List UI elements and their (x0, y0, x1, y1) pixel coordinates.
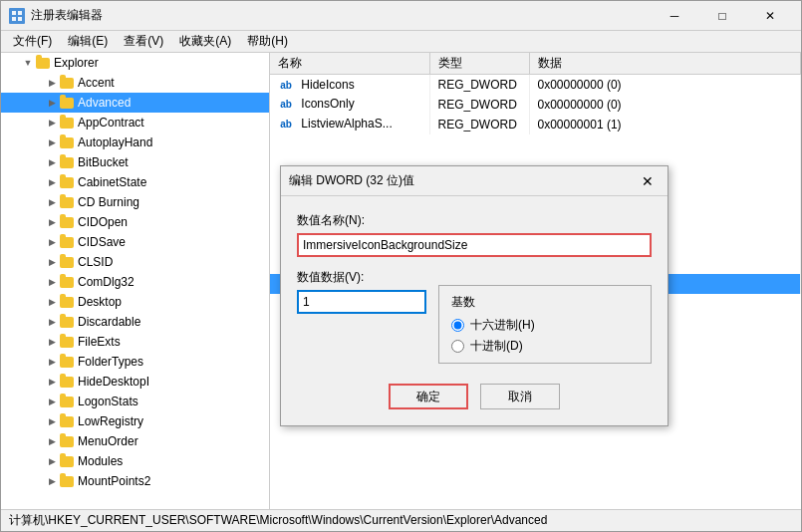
tree-arrow-hidedesktopi: ▶ (45, 375, 59, 389)
window-title: 注册表编辑器 (31, 7, 652, 24)
radio-decimal[interactable]: 十进制(D) (451, 338, 639, 355)
radio-hex-input[interactable] (451, 319, 464, 332)
tree-label-fileexts: FileExts (78, 335, 121, 349)
tree-arrow-advanced: ▶ (45, 96, 59, 110)
col-header-name: 名称 (270, 53, 429, 75)
dialog-close-button[interactable]: ✕ (636, 169, 660, 193)
folder-icon-discardable (59, 315, 75, 329)
tree-arrow-foldertypes: ▶ (45, 355, 59, 369)
folder-icon-explorer (35, 56, 51, 70)
maximize-button[interactable]: □ (699, 1, 745, 31)
tree-item-cidsave[interactable]: ▶ CIDSave (1, 232, 269, 252)
tree-label-advanced: Advanced (78, 96, 131, 110)
tree-item-comdlg32[interactable]: ▶ ComDlg32 (1, 272, 269, 292)
tree-item-accent[interactable]: ▶ Accent (1, 73, 269, 93)
tree-item-appcontract[interactable]: ▶ AppContract (1, 113, 269, 133)
folder-icon-cabinetstate (59, 175, 75, 189)
status-bar: 计算机\HKEY_CURRENT_USER\SOFTWARE\Microsoft… (1, 509, 801, 531)
folder-icon-accent (59, 76, 75, 90)
tree-arrow-bitbucket: ▶ (45, 155, 59, 169)
svg-rect-3 (18, 17, 22, 21)
cell-type-1: REG_DWORD (429, 95, 529, 115)
tree-item-cidopen[interactable]: ▶ CIDOpen (1, 212, 269, 232)
tree-arrow-logonstats: ▶ (45, 395, 59, 408)
menu-favorites[interactable]: 收藏夹(A) (171, 31, 239, 52)
reg-icon-0: ab (278, 78, 294, 92)
cell-data-2: 0x00000001 (1) (529, 115, 801, 134)
reg-icon-1: ab (278, 98, 294, 112)
table-row[interactable]: ab HideIcons REG_DWORD 0x00000000 (0) (270, 75, 801, 95)
title-controls: ─ □ ✕ (652, 1, 793, 31)
ok-button[interactable]: 确定 (389, 384, 468, 409)
tree-arrow-appcontract: ▶ (45, 116, 59, 130)
tree-arrow-comdlg32: ▶ (45, 275, 59, 289)
tree-item-cabinetstate[interactable]: ▶ CabinetState (1, 172, 269, 192)
dialog-body: 数值名称(N): 数值数据(V): 基数 十六进制(H) (281, 196, 668, 425)
tree-arrow-modules: ▶ (45, 454, 59, 468)
tree-arrow-desktop: ▶ (45, 295, 59, 309)
app-icon (9, 8, 25, 24)
tree-arrow-cabinetstate: ▶ (45, 175, 59, 189)
folder-icon-autoplayhand (59, 135, 75, 149)
tree-label-cdburning: CD Burning (78, 195, 139, 209)
value-label: 数值数据(V): (297, 269, 426, 286)
menu-view[interactable]: 查看(V) (116, 31, 171, 52)
tree-item-lowregistry[interactable]: ▶ LowRegistry (1, 411, 269, 431)
table-row[interactable]: ab IconsOnly REG_DWORD 0x00000000 (0) (270, 95, 801, 115)
tree-item-clsid[interactable]: ▶ CLSID (1, 252, 269, 272)
main-window: 注册表编辑器 ─ □ ✕ 文件(F) 编辑(E) 查看(V) 收藏夹(A) 帮助… (0, 0, 802, 532)
folder-icon-menuorder (59, 434, 75, 448)
folder-icon-appcontract (59, 116, 75, 130)
radio-decimal-input[interactable] (451, 340, 464, 353)
tree-label-autoplayhand: AutoplayHand (78, 135, 152, 149)
menu-edit[interactable]: 编辑(E) (60, 31, 116, 52)
minimize-button[interactable]: ─ (652, 1, 697, 31)
menu-file[interactable]: 文件(F) (5, 31, 60, 52)
tree-item-desktop[interactable]: ▶ Desktop (1, 292, 269, 312)
tree-item-modules[interactable]: ▶ Modules (1, 451, 269, 471)
col-header-data: 数据 (529, 53, 801, 75)
tree-item-mountpoints2[interactable]: ▶ MountPoints2 (1, 471, 269, 491)
tree-label-accent: Accent (78, 76, 115, 90)
tree-item-explorer[interactable]: ▼ Explorer (1, 53, 269, 73)
tree-panel[interactable]: ▼ Explorer ▶ Accent ▶ Advanced (1, 53, 270, 509)
tree-arrow-discardable: ▶ (45, 315, 59, 329)
value-input[interactable] (297, 290, 426, 314)
folder-icon-clsid (59, 255, 75, 269)
close-button[interactable]: ✕ (747, 1, 793, 31)
tree-item-discardable[interactable]: ▶ Discardable (1, 312, 269, 332)
tree-item-advanced[interactable]: ▶ Advanced (1, 93, 269, 113)
cell-name-1: ab IconsOnly (270, 95, 429, 115)
tree-arrow-clsid: ▶ (45, 255, 59, 269)
col-header-type: 类型 (429, 53, 529, 75)
tree-item-logonstats[interactable]: ▶ LogonStats (1, 392, 269, 411)
tree-item-autoplayhand[interactable]: ▶ AutoplayHand (1, 133, 269, 152)
tree-item-cdburning[interactable]: ▶ CD Burning (1, 192, 269, 212)
tree-item-fileexts[interactable]: ▶ FileExts (1, 332, 269, 352)
menu-bar: 文件(F) 编辑(E) 查看(V) 收藏夹(A) 帮助(H) (1, 31, 801, 53)
folder-icon-modules (59, 454, 75, 468)
tree-label-mountpoints2: MountPoints2 (78, 474, 150, 488)
radio-hex[interactable]: 十六进制(H) (451, 317, 639, 334)
value-base-row: 数值数据(V): 基数 十六进制(H) 十进制(D) (297, 269, 652, 364)
table-row[interactable]: ab ListviewAlphaS... REG_DWORD 0x0000000… (270, 115, 801, 134)
tree-label-modules: Modules (78, 454, 123, 468)
tree-item-bitbucket[interactable]: ▶ BitBucket (1, 152, 269, 172)
tree-item-menuorder[interactable]: ▶ MenuOrder (1, 431, 269, 451)
svg-rect-0 (12, 11, 16, 15)
base-group: 基数 十六进制(H) 十进制(D) (438, 285, 652, 364)
tree-label-comdlg32: ComDlg32 (78, 275, 134, 289)
tree-label-discardable: Discardable (78, 315, 140, 329)
svg-rect-2 (12, 17, 16, 21)
base-section: 基数 十六进制(H) 十进制(D) (438, 269, 652, 364)
tree-arrow-explorer: ▼ (21, 56, 35, 70)
menu-help[interactable]: 帮助(H) (239, 31, 296, 52)
tree-item-hidedesktopi[interactable]: ▶ HideDesktopI (1, 372, 269, 392)
tree-item-foldertypes[interactable]: ▶ FolderTypes (1, 352, 269, 372)
cancel-button[interactable]: 取消 (480, 384, 560, 409)
name-input[interactable] (297, 233, 652, 257)
tree-arrow-menuorder: ▶ (45, 434, 59, 448)
folder-icon-comdlg32 (59, 275, 75, 289)
folder-icon-cdburning (59, 195, 75, 209)
tree-arrow-cidopen: ▶ (45, 215, 59, 229)
